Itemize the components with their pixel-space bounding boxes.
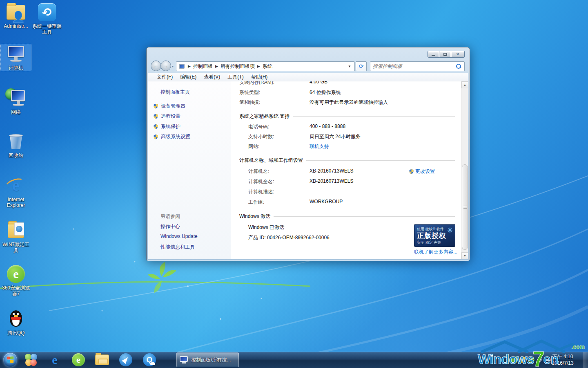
row-value: WORKGROUP <box>310 199 343 206</box>
sidebar-item-windows-update[interactable]: Windows Update <box>160 233 198 239</box>
section-computer-name: 计算机名称、域和工作组设置 <box>239 157 455 164</box>
row-value: XB-20160713WELS <box>310 168 353 175</box>
address-dropdown-icon[interactable]: ▼ <box>348 65 354 68</box>
vertical-scrollbar[interactable]: ▲ ▼ <box>461 81 468 259</box>
sidebar-item-advanced-settings[interactable]: 高级系统设置 <box>153 133 190 140</box>
sidebar-item-remote-settings[interactable]: 远程设置 <box>153 113 180 120</box>
clock-date: 2016/7/13 <box>546 360 580 366</box>
360-browser-icon: e <box>72 353 85 366</box>
breadcrumb-system[interactable]: 系统 <box>262 63 273 70</box>
tray-security-check-icon[interactable] <box>528 357 535 363</box>
info-row-phone: 电话号码: 400 - 888 - 8888 <box>239 123 345 130</box>
online-support-link[interactable]: 联机支持 <box>310 143 329 150</box>
desktop-icon-administrator[interactable]: 👤 Administr... <box>1 2 31 29</box>
desktop-icon-recycle-bin[interactable]: 回收站 <box>1 132 31 158</box>
search-icon[interactable] <box>456 64 461 69</box>
info-row-website: 网站: 联机支持 <box>239 143 329 150</box>
navigation-bar: ← → ▾ ▶ 控制面板 ▶ 所有控制面板项 ▶ 系统 ▼ ⟳ <box>147 60 470 73</box>
compass-icon <box>119 353 132 366</box>
menu-file[interactable]: 文件(F) <box>153 74 176 81</box>
qq-penguin-icon <box>6 309 26 329</box>
tray-alert-icon[interactable] <box>519 357 526 363</box>
refresh-button[interactable]: ⟳ <box>356 61 367 71</box>
desktop-icon-label: Internet Explorer <box>1 197 31 208</box>
windows-flag-icon <box>7 357 14 364</box>
section-title: 计算机名称、域和工作组设置 <box>239 157 303 164</box>
menu-view[interactable]: 查看(V) <box>200 74 224 81</box>
menu-bar: 文件(F) 编辑(E) 查看(V) 工具(T) 帮助(H) <box>148 73 468 81</box>
info-row-computer-name: 计算机名: XB-20160713WELS <box>239 168 353 175</box>
taskbar-icon-browser-compass[interactable] <box>116 352 136 367</box>
desktop-icon-label: 系统一键重装工具 <box>32 23 62 35</box>
product-id: 产品 ID: 00426-OEM-8992662-00006 <box>248 234 330 241</box>
row-label: 网站: <box>239 143 310 150</box>
row-label: 支持小时数: <box>239 133 310 140</box>
sidebar-item-system-protection[interactable]: 系统保护 <box>153 123 180 130</box>
menu-edit[interactable]: 编辑(E) <box>176 74 200 81</box>
sidebar: 控制面板主页 设备管理器 远程设置 系统保护 高级系统设置 另请参阅 <box>148 81 231 259</box>
sidebar-item-label: 设备管理器 <box>161 103 185 110</box>
internet-explorer-icon: e <box>52 354 57 366</box>
desktop-icon-qq[interactable]: 腾讯QQ <box>1 309 31 336</box>
learn-more-online-link[interactable]: 联机了解更多内容... <box>414 249 457 256</box>
desktop-icon-reinstall-tool[interactable]: ⟲ 系统一键重装工具 <box>32 2 62 35</box>
menu-tools[interactable]: 工具(T) <box>224 74 247 81</box>
taskbar-icon-explorer[interactable] <box>92 352 112 367</box>
sidebar-item-device-manager[interactable]: 设备管理器 <box>153 103 185 110</box>
back-button[interactable]: ← <box>151 61 161 71</box>
scroll-down-icon[interactable]: ▼ <box>461 252 468 259</box>
sidebar-item-performance-tools[interactable]: 性能信息和工具 <box>160 244 195 251</box>
desktop-icon-internet-explorer[interactable]: e Internet Explorer <box>1 176 31 208</box>
volume-icon[interactable] <box>537 357 543 363</box>
computer-icon <box>6 44 26 64</box>
window-titlebar[interactable]: ✕ <box>147 47 470 60</box>
desktop-icon-win7-activator[interactable]: WIN7激活工具 <box>1 221 31 253</box>
show-desktop-button[interactable] <box>583 352 588 368</box>
start-button[interactable] <box>3 353 17 367</box>
genuine-star-icon: ✳ <box>447 226 453 235</box>
win7-activator-folder-icon <box>6 221 26 240</box>
uac-shield-icon <box>153 114 158 119</box>
minimize-button[interactable] <box>428 51 439 58</box>
taskbar-icon-360-browser[interactable]: e <box>69 352 88 367</box>
desktop-icon-computer[interactable]: 计算机 <box>1 44 31 71</box>
row-label: 安装内存(RAM): <box>239 81 310 86</box>
breadcrumb-all-items[interactable]: 所有控制面板项 <box>220 63 256 70</box>
recycle-bin-icon <box>6 132 26 151</box>
scroll-up-icon[interactable]: ▲ <box>461 81 468 88</box>
badge-line3: 安全 稳定 声誉 <box>417 240 452 245</box>
change-settings-link[interactable]: 更改设置 <box>415 168 435 175</box>
network-icon <box>6 88 26 108</box>
taskbar-task-control-panel[interactable]: 控制面板\所有控... <box>176 352 239 367</box>
sidebar-item-action-center[interactable]: 操作中心 <box>160 223 180 230</box>
360-browser-icon: e <box>6 264 26 284</box>
address-bar[interactable]: ▶ 控制面板 ▶ 所有控制面板项 ▶ 系统 ▼ <box>176 61 355 71</box>
search-box[interactable] <box>370 61 465 71</box>
uac-shield-icon <box>409 169 414 174</box>
row-label: 计算机名: <box>239 168 310 175</box>
tray-green-app-icon[interactable] <box>511 357 517 363</box>
taskbar-icon-software-manager[interactable] <box>21 352 41 367</box>
sidebar-item-control-panel-home[interactable]: 控制面板主页 <box>160 89 190 96</box>
scrollbar-thumb[interactable] <box>462 164 468 250</box>
recent-pages-chevron-icon[interactable]: ▾ <box>172 65 174 68</box>
system-tray <box>511 352 543 368</box>
watermark-com-text: .com <box>571 343 585 350</box>
menu-help[interactable]: 帮助(H) <box>247 74 272 81</box>
info-row-ram: 安装内存(RAM): 4.00 GB <box>239 81 327 86</box>
taskbar-clock[interactable]: 下午 4:10 2016/7/13 <box>546 353 580 366</box>
section-windows-activation: Windows 激活 <box>239 213 455 220</box>
forward-button[interactable]: → <box>160 61 171 71</box>
info-row-workgroup: 工作组: WORKGROUP <box>239 199 343 206</box>
search-input[interactable] <box>370 63 456 69</box>
breadcrumb-control-panel[interactable]: 控制面板 <box>192 63 214 70</box>
close-button[interactable]: ✕ <box>451 51 465 58</box>
maximize-button[interactable] <box>439 51 451 58</box>
taskbar-icon-internet-explorer[interactable]: e <box>45 352 65 367</box>
desktop-icon-network[interactable]: 网络 <box>1 88 31 115</box>
desktop-icon-360-browser[interactable]: e 360安全浏览器7 <box>1 264 31 296</box>
change-settings[interactable]: 更改设置 <box>409 168 435 175</box>
taskbar-icon-qq-browser[interactable]: Q <box>140 352 159 367</box>
row-label: 笔和触摸: <box>239 99 310 106</box>
q-swirl-icon: Q <box>143 353 156 366</box>
